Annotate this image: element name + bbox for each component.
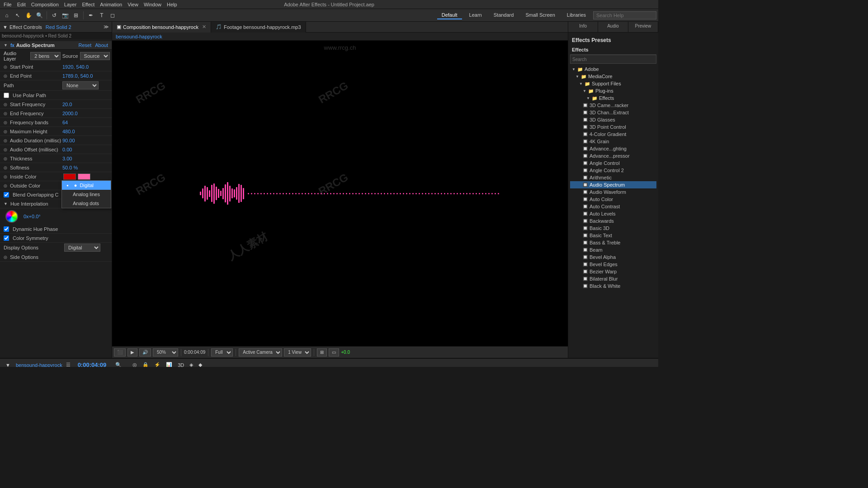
prop-audio-dur-value[interactable]: 90.00 — [62, 138, 110, 143]
hue-angle-value[interactable]: 0x+0.0° — [24, 214, 108, 219]
about-btn[interactable]: About — [95, 42, 108, 48]
tree-item-4color[interactable]: 🔲4-Color Gradient — [570, 131, 656, 138]
tl-search-btn[interactable]: 🔍 — [113, 361, 123, 367]
toolbar-text-btn[interactable]: T — [97, 10, 107, 20]
vc-render-btn[interactable]: ⬛ — [114, 348, 126, 357]
tree-item-3d-point[interactable]: 🔲3D Point Control — [570, 123, 656, 131]
tl-timecode[interactable]: 0:00:04:09 — [74, 361, 110, 367]
tree-item-bezier-warp[interactable]: 🔲Bezier Warp — [570, 268, 656, 275]
vc-camera-dropdown[interactable]: Active Camera — [239, 348, 282, 357]
tree-item-auto-levels[interactable]: 🔲Auto Levels — [570, 210, 656, 217]
color-symmetry-checkbox[interactable] — [4, 235, 9, 241]
tree-item-arithmetic[interactable]: 🔲Arithmetic — [570, 174, 656, 181]
tree-mediacore[interactable]: ▼ 📁 MediaCore — [570, 73, 656, 80]
tree-effects-folder[interactable]: ▼ 📁 Effects — [570, 94, 656, 102]
prop-start-point-value[interactable]: 1920, 540.0 — [62, 64, 110, 70]
tree-item-auto-contrast[interactable]: 🔲Auto Contrast — [570, 203, 656, 210]
tree-item-4k-grain[interactable]: 🔲4K Grain — [570, 138, 656, 145]
menu-file[interactable]: File — [4, 2, 12, 7]
vc-grid-btn[interactable]: ⊞ — [317, 348, 327, 357]
vc-zoom-dropdown[interactable]: 50% 100% — [153, 348, 178, 357]
polar-path-checkbox[interactable] — [4, 93, 9, 98]
tab-small-screen[interactable]: Small Screen — [521, 11, 559, 19]
tree-item-3d-glasses[interactable]: 🔲3D Glasses — [570, 116, 656, 123]
right-tab-preview[interactable]: Preview — [628, 22, 658, 32]
menu-animation[interactable]: Animation — [100, 2, 122, 7]
tree-item-audio-waveform[interactable]: 🔲Audio Waveform — [570, 188, 656, 196]
footage-tab[interactable]: 🎵 Footage bensound-happyrock.mp3 — [211, 22, 306, 33]
tab-standard[interactable]: Standard — [489, 11, 519, 19]
menu-layer[interactable]: Layer — [64, 2, 77, 7]
comp-tab-comp[interactable]: ▣ Composition bensound-happyrock ✕ — [112, 22, 211, 33]
tree-item-auto-color[interactable]: 🔲Auto Color — [570, 196, 656, 203]
tl-3d-btn[interactable]: 3D — [176, 361, 186, 367]
toolbar-arrow-btn[interactable]: ↖ — [13, 10, 23, 20]
effect-twirl-icon[interactable]: ▼ — [4, 43, 8, 47]
tree-item-angle-ctrl[interactable]: 🔲Angle Control — [570, 160, 656, 167]
audio-layer-dropdown[interactable]: 2 bens — [30, 52, 60, 60]
toolbar-hand-btn[interactable]: ✋ — [24, 10, 33, 20]
vc-mask-btn[interactable]: ▭ — [329, 348, 339, 357]
tl-motion-btn[interactable]: ⚡ — [152, 361, 162, 367]
tree-support-files[interactable]: ▼ 📁 Support Files — [570, 80, 656, 87]
menu-edit[interactable]: Edit — [17, 2, 26, 7]
tab-learn[interactable]: Learn — [465, 11, 486, 19]
tl-blending-btn[interactable]: ◈ — [188, 361, 195, 367]
tree-item-audio-spectrum[interactable]: 🔲Audio Spectrum — [570, 181, 656, 188]
tree-item-angle-ctrl2[interactable]: 🔲Angle Control 2 — [570, 167, 656, 174]
tree-item-basic-text[interactable]: 🔲Basic Text — [570, 232, 656, 239]
prop-audio-off-value[interactable]: 0.00 — [62, 147, 110, 152]
tree-plugins[interactable]: ▼ 📁 Plug-ins — [570, 87, 656, 94]
tree-item-bevel-alpha[interactable]: 🔲Bevel Alpha — [570, 253, 656, 261]
tree-item-advance-press[interactable]: 🔲Advance...pressor — [570, 152, 656, 160]
hue-circle[interactable] — [5, 210, 18, 223]
tree-item-bilateral-blur[interactable]: 🔲Bilateral Blur — [570, 275, 656, 282]
tl-lock-btn[interactable]: 🔒 — [141, 361, 151, 367]
prop-freq-bands-value[interactable]: 64 — [62, 120, 110, 125]
inside-color-swatch2[interactable] — [78, 174, 90, 180]
vc-preview-btn[interactable]: ▶ — [127, 348, 137, 357]
dropdown-analog-dots[interactable]: Analog dots — [62, 199, 111, 208]
tl-markers-btn[interactable]: ◆ — [197, 361, 204, 367]
right-tab-audio[interactable]: Audio — [598, 22, 628, 32]
menu-effect[interactable]: Effect — [82, 2, 94, 7]
toolbar-home-btn[interactable]: ⌂ — [2, 10, 12, 20]
tree-item-3d-chan[interactable]: 🔲3D Chan...Extract — [570, 109, 656, 116]
prop-path-dropdown[interactable]: None — [62, 81, 99, 89]
tree-item-black-white[interactable]: 🔲Black & White — [570, 282, 656, 290]
vc-view-dropdown[interactable]: 1 View — [284, 348, 311, 357]
prop-end-point-value[interactable]: 1789.0, 540.0 — [62, 73, 110, 79]
tl-expand-btn[interactable]: ▼ — [4, 361, 12, 367]
inside-color-swatch1[interactable] — [63, 174, 76, 180]
panel-expand-btn[interactable]: ≫ — [104, 24, 109, 30]
right-tab-info[interactable]: Info — [568, 22, 598, 32]
dynamic-hue-checkbox[interactable] — [4, 226, 9, 232]
comp-tab-close[interactable]: ✕ — [202, 24, 206, 30]
menu-composition[interactable]: Composition — [31, 2, 59, 7]
tl-solo-btn[interactable]: ◎ — [131, 361, 139, 367]
menu-window[interactable]: Window — [144, 2, 161, 7]
prop-end-freq-value[interactable]: 2000.0 — [62, 111, 110, 116]
toolbar-pen-btn[interactable]: ✒ — [86, 10, 96, 20]
toolbar-camera-btn[interactable]: 📷 — [60, 10, 70, 20]
prop-max-height-value[interactable]: 480.0 — [62, 129, 110, 134]
menu-view[interactable]: View — [127, 2, 138, 7]
toolbar-shape-btn[interactable]: ◻ — [108, 10, 118, 20]
toolbar-rotate-btn[interactable]: ↺ — [49, 10, 59, 20]
vc-audio-btn[interactable]: 🔊 — [139, 348, 151, 357]
dropdown-digital[interactable]: ● Digital — [62, 181, 111, 190]
search-help-input[interactable] — [593, 11, 656, 19]
tree-item-bevel-edges[interactable]: 🔲Bevel Edges — [570, 261, 656, 268]
toolbar-zoom-btn[interactable]: 🔍 — [34, 10, 44, 20]
toolbar-pan-btn[interactable]: ⊞ — [71, 10, 81, 20]
menu-help[interactable]: Help — [167, 2, 177, 7]
prop-soft-value[interactable]: 50.0 % — [62, 165, 110, 170]
tree-item-advance-light[interactable]: 🔲Advance...ghting — [570, 145, 656, 152]
prop-start-freq-value[interactable]: 20.0 — [62, 102, 110, 107]
tree-item-3d-came[interactable]: 🔲3D Came...racker — [570, 102, 656, 109]
prop-thick-value[interactable]: 3.00 — [62, 156, 110, 161]
viewport[interactable]: www.rrcg.ch RRCG RRCG RRCG RRCG 人人素材 — [112, 41, 568, 346]
tab-default[interactable]: Default — [437, 11, 462, 19]
source-dropdown[interactable]: Source — [80, 52, 110, 60]
tree-item-bass-treble[interactable]: 🔲Bass & Treble — [570, 239, 656, 246]
